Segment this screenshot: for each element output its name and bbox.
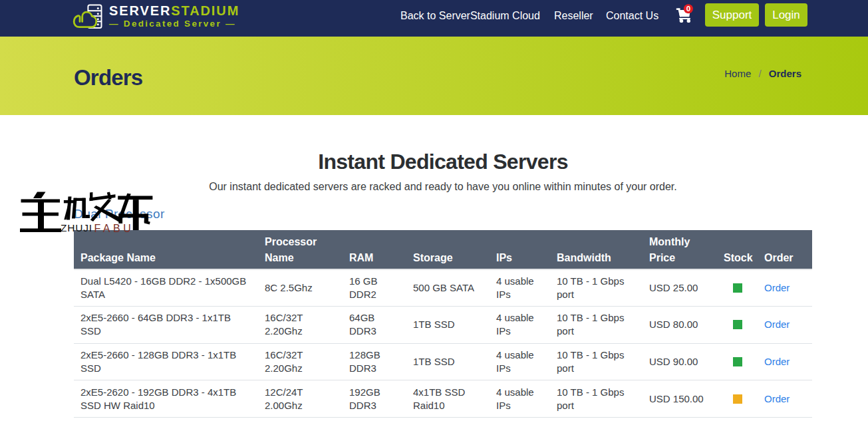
svg-text:0: 0: [686, 5, 690, 13]
